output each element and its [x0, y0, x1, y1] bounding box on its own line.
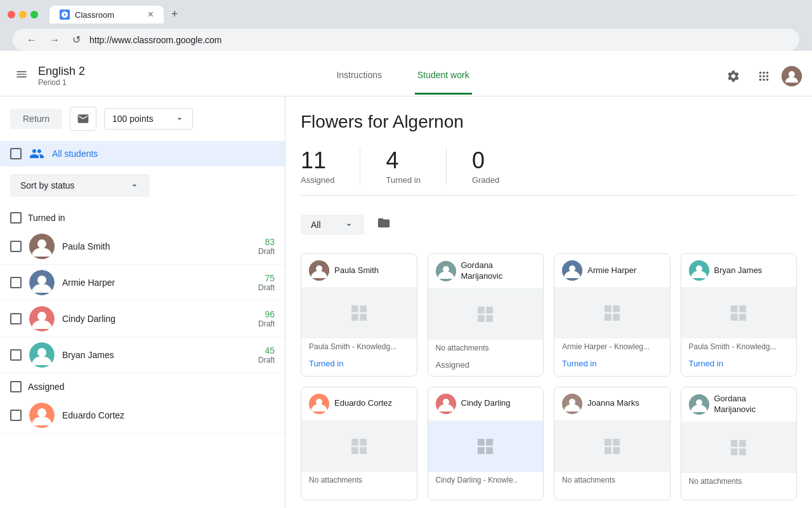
forward-button[interactable]: →: [46, 33, 63, 47]
armie-grade: 75 Draft: [258, 273, 275, 292]
card-eduardo-header: Eduardo Cortez: [301, 387, 417, 421]
card-gordana-thumb: [428, 289, 544, 340]
svg-point-3: [37, 239, 46, 248]
turned-in-checkbox[interactable]: [10, 212, 22, 224]
card-cindy[interactable]: Cindy Darling Cindy Darling - Knowle..: [428, 387, 544, 500]
tab-favicon: [60, 10, 70, 20]
card-bryan[interactable]: Bryan James Paula Smith - Knowledg... Tu…: [681, 253, 797, 377]
student-row-eduardo[interactable]: Eduardo Cortez: [0, 398, 285, 434]
eduardo-avatar: [29, 403, 55, 428]
card-joanna-file: No attachments: [554, 472, 670, 488]
card-bryan-header: Bryan James: [681, 254, 797, 288]
paula-grade: 83 Draft: [258, 237, 275, 256]
paula-checkbox[interactable]: [10, 241, 22, 252]
all-students-row[interactable]: All students: [0, 141, 285, 166]
eduardo-checkbox[interactable]: [10, 410, 22, 421]
active-tab[interactable]: Classroom ×: [49, 6, 164, 23]
armie-checkbox[interactable]: [10, 277, 22, 288]
assigned-count: 11: [301, 147, 334, 174]
student-row-cindy[interactable]: Cindy Darling 96 Draft: [0, 301, 285, 337]
card-armie[interactable]: Armie Harper Armie Harper - Knowleg... T…: [554, 253, 671, 377]
refresh-button[interactable]: ↺: [69, 32, 84, 47]
cards-grid: Paula Smith Paula Smith - Knowledg... Tu…: [301, 253, 797, 500]
bryan-checkbox[interactable]: [10, 349, 22, 361]
turned-in-label: Turned in: [386, 175, 420, 185]
card-cindy-header: Cindy Darling: [428, 387, 544, 421]
filter-selector[interactable]: All: [301, 215, 364, 235]
stats-row: 11 Assigned 4 Turned in 0 Graded: [301, 147, 797, 196]
graded-count: 0: [472, 147, 499, 174]
stat-graded: 0 Graded: [446, 147, 525, 185]
card-paula[interactable]: Paula Smith Paula Smith - Knowledg... Tu…: [301, 253, 417, 377]
student-row-armie[interactable]: Armie Harper 75 Draft: [0, 265, 285, 301]
student-row-bryan[interactable]: Bryan James 45 Draft: [0, 337, 285, 373]
app-header: English 2 Period 1 Instructions Student …: [0, 56, 812, 97]
card-paula-thumb: [301, 288, 417, 338]
cindy-avatar: [29, 306, 55, 331]
points-selector[interactable]: 100 points: [104, 108, 193, 130]
card-gordana[interactable]: Gordana Marijanovic No attachments Assig…: [428, 253, 544, 377]
card-bryan-status: Turned in: [681, 355, 797, 375]
sidebar: Return 100 points All students Sort by s…: [0, 97, 285, 508]
paula-avatar: [29, 234, 55, 259]
menu-button[interactable]: [10, 63, 33, 89]
card-cindy-file: Cindy Darling - Knowle..: [428, 472, 544, 488]
assigned-checkbox[interactable]: [10, 381, 22, 392]
card-bryan-name: Bryan James: [714, 265, 763, 276]
turned-in-section-header: Turned in: [0, 204, 285, 229]
card-bryan-avatar: [689, 260, 709, 281]
cindy-checkbox[interactable]: [10, 313, 22, 324]
bryan-name: Bryan James: [62, 350, 251, 360]
assigned-label: Assigned: [28, 382, 65, 392]
card-joanna[interactable]: Joanna Marks No attachments: [554, 387, 671, 500]
tab-close-button[interactable]: ×: [148, 10, 154, 20]
address-bar: ← → ↺: [13, 29, 799, 51]
card-gordana-file: No attachments: [428, 340, 544, 356]
sort-selector[interactable]: Sort by status: [10, 174, 150, 197]
all-students-checkbox[interactable]: [10, 148, 22, 159]
user-avatar[interactable]: [782, 66, 802, 86]
card-gordana2[interactable]: Gordana Marijanovic No attachments: [681, 387, 797, 500]
bryan-avatar: [29, 342, 55, 368]
cindy-name: Cindy Darling: [62, 314, 251, 324]
armie-name: Armie Harper: [62, 277, 251, 288]
card-gordana2-avatar: [689, 394, 709, 415]
svg-point-5: [37, 276, 46, 284]
apps-button[interactable]: [751, 64, 776, 89]
app-subtitle: Period 1: [38, 78, 85, 87]
card-bryan-file: Paula Smith - Knowledg...: [681, 338, 797, 355]
card-paula-header: Paula Smith: [301, 254, 417, 288]
stat-assigned: 11 Assigned: [301, 147, 360, 185]
nav-student-work[interactable]: Student work: [415, 57, 472, 95]
settings-button[interactable]: [721, 64, 746, 89]
card-gordana2-header: Gordana Marijanovic: [681, 387, 797, 422]
app-logo: English 2 Period 1: [38, 65, 85, 87]
card-joanna-name: Joanna Marks: [587, 398, 639, 409]
card-eduardo-name: Eduardo Cortez: [334, 398, 392, 409]
card-eduardo[interactable]: Eduardo Cortez No attachments: [301, 387, 417, 500]
student-row-paula[interactable]: Paula Smith 83 Draft: [0, 229, 285, 265]
main-layout: Return 100 points All students Sort by s…: [0, 97, 812, 508]
folder-button[interactable]: [372, 211, 396, 238]
card-eduardo-thumb: [301, 421, 417, 472]
card-cindy-avatar: [436, 394, 456, 414]
card-eduardo-file: No attachments: [301, 472, 417, 488]
app-name: English 2: [38, 65, 85, 78]
card-armie-file: Armie Harper - Knowleg...: [554, 338, 670, 355]
card-gordana2-file: No attachments: [681, 473, 797, 490]
assigned-label: Assigned: [301, 175, 334, 185]
return-button[interactable]: Return: [10, 109, 62, 129]
svg-point-11: [37, 408, 46, 417]
card-eduardo-status: [301, 488, 417, 498]
card-gordana-avatar: [436, 261, 456, 281]
traffic-light-green[interactable]: [30, 11, 38, 18]
mail-button[interactable]: [70, 107, 96, 131]
traffic-light-yellow[interactable]: [19, 11, 27, 18]
url-input[interactable]: [89, 35, 789, 45]
back-button[interactable]: ←: [23, 33, 41, 47]
nav-instructions[interactable]: Instructions: [334, 57, 384, 95]
sort-row: Sort by status: [0, 166, 285, 204]
traffic-light-red[interactable]: [8, 11, 15, 18]
card-armie-header: Armie Harper: [554, 254, 670, 288]
new-tab-button[interactable]: +: [166, 5, 183, 23]
